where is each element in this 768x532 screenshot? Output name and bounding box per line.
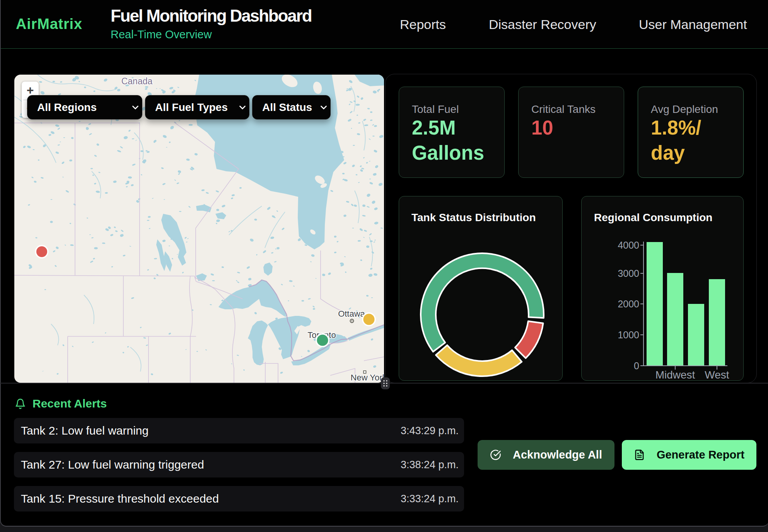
svg-text:1000: 1000 [618, 329, 639, 340]
svg-text:4000: 4000 [618, 240, 639, 251]
svg-text:Midwest: Midwest [655, 369, 695, 381]
svg-text:2000: 2000 [618, 298, 639, 309]
svg-text:0: 0 [634, 360, 639, 371]
svg-text:West: West [705, 369, 729, 381]
svg-text:New York: New York [351, 373, 384, 382]
svg-text:Ottawa: Ottawa [338, 309, 365, 319]
svg-text:Canada: Canada [121, 76, 153, 86]
svg-text:3000: 3000 [618, 268, 639, 279]
